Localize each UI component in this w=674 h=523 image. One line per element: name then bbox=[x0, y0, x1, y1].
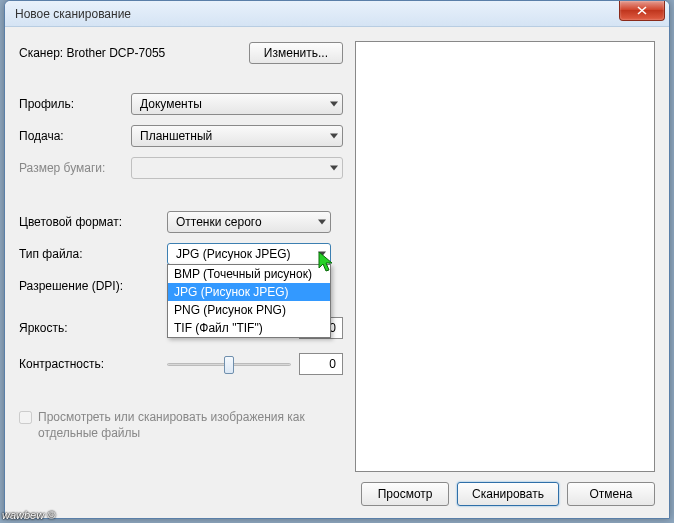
filetype-option[interactable]: JPG (Рисунок JPEG) bbox=[168, 283, 330, 301]
left-pane: Сканер: Brother DCP-7055 Изменить... Про… bbox=[19, 41, 343, 506]
profile-row: Профиль: Документы bbox=[19, 93, 343, 115]
client-area: Сканер: Brother DCP-7055 Изменить... Про… bbox=[5, 27, 669, 518]
papersize-label: Размер бумаги: bbox=[19, 161, 131, 175]
chevron-down-icon bbox=[318, 220, 326, 225]
profile-label: Профиль: bbox=[19, 97, 131, 111]
separate-files-row: Просмотреть или сканировать изображения … bbox=[19, 409, 343, 441]
filetype-option[interactable]: BMP (Точечный рисунок) bbox=[168, 265, 330, 283]
preview-button[interactable]: Просмотр bbox=[361, 482, 449, 506]
filetype-option[interactable]: TIF (Файл "TIF") bbox=[168, 319, 330, 337]
right-pane: Просмотр Сканировать Отмена bbox=[355, 41, 655, 506]
feed-row: Подача: Планшетный bbox=[19, 125, 343, 147]
colorformat-row: Цветовой формат: Оттенки серого bbox=[19, 211, 343, 233]
feed-label: Подача: bbox=[19, 129, 131, 143]
separate-files-checkbox bbox=[19, 411, 32, 424]
close-icon bbox=[637, 6, 647, 15]
chevron-down-icon bbox=[330, 102, 338, 107]
footer-buttons: Просмотр Сканировать Отмена bbox=[355, 482, 655, 506]
chevron-down-icon bbox=[330, 134, 338, 139]
contrast-slider[interactable] bbox=[167, 354, 291, 374]
feed-combo[interactable]: Планшетный bbox=[131, 125, 343, 147]
feed-value: Планшетный bbox=[140, 129, 212, 143]
papersize-combo bbox=[131, 157, 343, 179]
cancel-button[interactable]: Отмена bbox=[567, 482, 655, 506]
filetype-option[interactable]: PNG (Рисунок PNG) bbox=[168, 301, 330, 319]
colorformat-label: Цветовой формат: bbox=[19, 215, 167, 229]
close-button[interactable] bbox=[619, 1, 665, 21]
filetype-dropdown: BMP (Точечный рисунок) JPG (Рисунок JPEG… bbox=[167, 264, 331, 338]
profile-combo[interactable]: Документы bbox=[131, 93, 343, 115]
filetype-value: JPG (Рисунок JPEG) bbox=[176, 247, 291, 261]
colorformat-combo[interactable]: Оттенки серого bbox=[167, 211, 331, 233]
chevron-down-icon bbox=[318, 252, 326, 257]
preview-area bbox=[355, 41, 655, 472]
slider-thumb[interactable] bbox=[224, 356, 234, 374]
scan-button[interactable]: Сканировать bbox=[457, 482, 559, 506]
change-scanner-button[interactable]: Изменить... bbox=[249, 42, 343, 64]
scanner-label: Сканер: Brother DCP-7055 bbox=[19, 46, 249, 60]
filetype-label: Тип файла: bbox=[19, 247, 167, 261]
profile-value: Документы bbox=[140, 97, 202, 111]
contrast-row: Контрастность: 0 bbox=[19, 353, 343, 375]
papersize-row: Размер бумаги: bbox=[19, 157, 343, 179]
scanner-row: Сканер: Brother DCP-7055 Изменить... bbox=[19, 41, 343, 65]
contrast-label: Контрастность: bbox=[19, 357, 167, 371]
filetype-row: Тип файла: JPG (Рисунок JPEG) BMP (Точеч… bbox=[19, 243, 343, 265]
chevron-down-icon bbox=[330, 166, 338, 171]
colorformat-value: Оттенки серого bbox=[176, 215, 262, 229]
window-title: Новое сканирование bbox=[15, 7, 131, 21]
titlebar: Новое сканирование bbox=[5, 1, 669, 27]
watermark: wawbew © bbox=[2, 509, 55, 521]
separate-files-label: Просмотреть или сканировать изображения … bbox=[38, 409, 343, 441]
filetype-combo[interactable]: JPG (Рисунок JPEG) bbox=[167, 243, 331, 265]
dpi-label: Разрешение (DPI): bbox=[19, 279, 167, 293]
brightness-label: Яркость: bbox=[19, 321, 167, 335]
dialog-window: Новое сканирование Сканер: Brother DCP-7… bbox=[4, 0, 670, 519]
contrast-value[interactable]: 0 bbox=[299, 353, 343, 375]
